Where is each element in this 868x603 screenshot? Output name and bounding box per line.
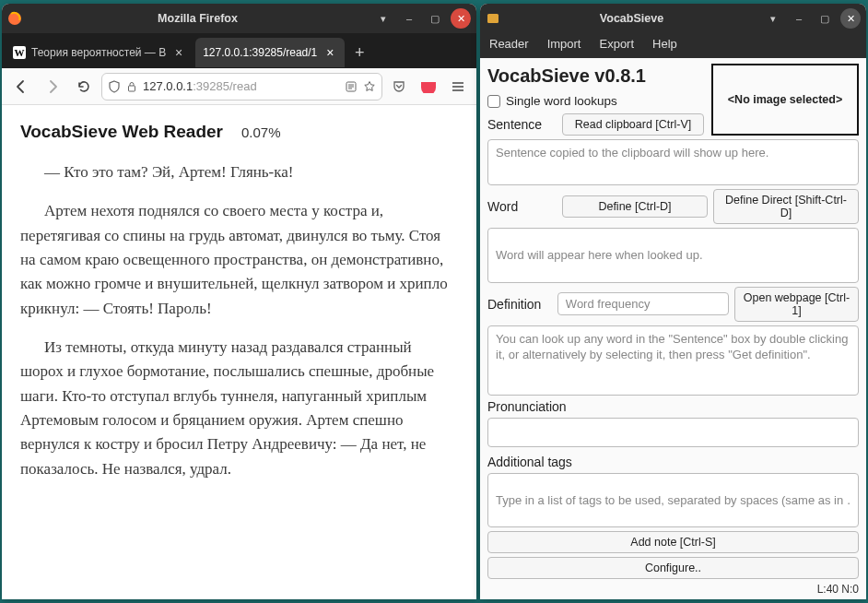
pronunciation-box[interactable] (487, 418, 859, 447)
define-button[interactable]: Define [Ctrl-D] (562, 195, 708, 218)
word-frequency-input[interactable] (557, 292, 729, 315)
pocket-button[interactable] (386, 74, 412, 100)
reader-mode-icon[interactable] (345, 80, 358, 93)
status-text: L:40 N:0 (817, 583, 859, 596)
new-tab-button[interactable]: + (346, 40, 372, 65)
hamburger-menu-button[interactable] (445, 74, 471, 100)
open-webpage-button[interactable]: Open webpage [Ctrl-1] (734, 287, 859, 322)
configure-button[interactable]: Configure.. (487, 557, 859, 579)
tags-label: Additional tags (487, 455, 859, 469)
firefox-titlebar: Mozilla Firefox ▾ – ▢ ✕ (2, 4, 476, 33)
paragraph: Из темноты, откуда минуту назад раздавал… (20, 336, 458, 481)
read-clipboard-button[interactable]: Read clipboard [Ctrl-V] (562, 113, 704, 136)
single-word-checkbox[interactable] (487, 95, 500, 108)
define-direct-button[interactable]: Define Direct [Shift-Ctrl-D] (713, 189, 859, 224)
titlebar-maximize-icon[interactable]: ▢ (815, 8, 835, 29)
forward-button[interactable] (39, 73, 66, 100)
firefox-icon (7, 11, 22, 26)
tags-input[interactable] (487, 473, 859, 528)
page-content: VocabSieve Web Reader 0.07% — Кто это та… (2, 105, 476, 599)
back-button[interactable] (7, 73, 35, 100)
titlebar-close-icon[interactable]: ✕ (840, 8, 861, 29)
vocabsieve-window: VocabSieve ▾ – ▢ ✕ Reader Import Export … (480, 4, 866, 599)
menubar: Reader Import Export Help (480, 33, 866, 58)
tab-wikipedia[interactable]: W Теория вероятностей — В × (6, 38, 194, 67)
wikipedia-favicon: W (13, 46, 26, 59)
menu-reader[interactable]: Reader (487, 35, 531, 53)
firefox-title: Mozilla Firefox (28, 12, 368, 25)
titlebar-maximize-icon[interactable]: ▢ (425, 8, 445, 29)
paragraph: Артем нехотя поднялся со своего места у … (20, 199, 458, 321)
sentence-textarea[interactable]: Sentence copied to the clipboard will sh… (487, 139, 859, 185)
definition-label: Definition (487, 297, 552, 312)
tab-reader[interactable]: 127.0.0.1:39285/read/1 × (195, 38, 345, 67)
titlebar-more-icon[interactable]: ▾ (763, 8, 783, 29)
firefox-urlbar: 127.0.0.1:39285/read (2, 68, 476, 105)
reader-text[interactable]: — Кто это там? Эй, Артем! Глянь-ка! Арте… (20, 160, 458, 481)
address-bar[interactable]: 127.0.0.1:39285/read (101, 73, 382, 100)
menu-import[interactable]: Import (545, 35, 583, 53)
word-input[interactable] (487, 228, 859, 283)
single-word-label: Single word lookups (506, 94, 617, 108)
firefox-window: Mozilla Firefox ▾ – ▢ ✕ W Теория вероятн… (2, 4, 476, 599)
vocabsieve-titlebar: VocabSieve ▾ – ▢ ✕ (480, 4, 866, 33)
add-note-button[interactable]: Add note [Ctrl-S] (487, 531, 859, 553)
app-icon (486, 11, 500, 26)
paragraph: — Кто это там? Эй, Артем! Глянь-ка! (20, 160, 458, 184)
definition-textarea[interactable]: You can look up any word in the "Sentenc… (487, 325, 859, 396)
titlebar-minimize-icon[interactable]: – (399, 8, 419, 29)
svg-rect-9 (487, 14, 499, 23)
titlebar-more-icon[interactable]: ▾ (373, 8, 393, 29)
progress-text: 0.07% (241, 124, 281, 140)
extension-icon[interactable] (416, 74, 441, 100)
tab-close-icon[interactable]: × (323, 45, 337, 60)
pronunciation-label: Pronunciation (487, 399, 859, 414)
status-bar: L:40 N:0 (480, 581, 866, 599)
shield-icon[interactable] (108, 80, 121, 93)
bookmark-star-icon[interactable] (363, 80, 376, 93)
menu-export[interactable]: Export (597, 35, 636, 53)
image-drop-area[interactable]: <No image selected> (711, 64, 859, 136)
word-label: Word (487, 199, 557, 214)
lock-icon[interactable] (126, 81, 137, 92)
reload-button[interactable] (70, 73, 98, 100)
titlebar-minimize-icon[interactable]: – (789, 8, 809, 29)
firefox-tabbar: W Теория вероятностей — В × 127.0.0.1:39… (2, 33, 476, 68)
page-title: VocabSieve Web Reader (20, 122, 223, 142)
menu-help[interactable]: Help (651, 35, 679, 53)
sentence-label: Sentence (487, 117, 557, 132)
vocabsieve-body: VocabSieve v0.8.1 Single word lookups Se… (480, 58, 866, 581)
titlebar-close-icon[interactable]: ✕ (451, 8, 471, 29)
tab-close-icon[interactable]: × (171, 45, 186, 60)
url-text: 127.0.0.1:39285/read (143, 79, 339, 93)
vocabsieve-title: VocabSieve (506, 12, 757, 25)
app-heading: VocabSieve v0.8.1 (487, 64, 704, 89)
svg-rect-1 (129, 86, 135, 91)
